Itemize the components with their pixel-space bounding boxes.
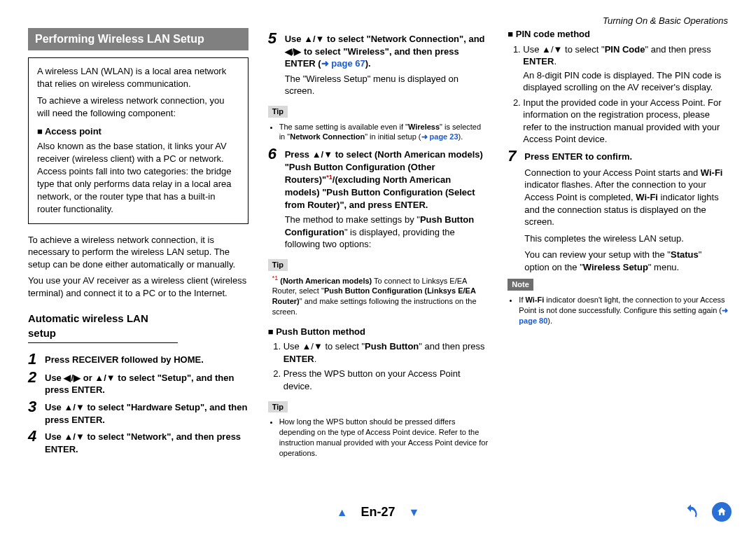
intro-p1: To achieve a wireless network connection… bbox=[28, 234, 248, 271]
access-point-body: Also known as the base station, it links… bbox=[37, 140, 239, 216]
arrow-ud-icon bbox=[304, 34, 324, 44]
step-5: 5 Use to select "Network Connection", an… bbox=[268, 31, 489, 97]
pin-item-2: Input the provided code in your Access P… bbox=[523, 97, 728, 146]
step-num-2: 2 bbox=[28, 370, 45, 396]
step-5-text: Use to select "Network Connection", and … bbox=[285, 31, 489, 97]
header-section-title: Turning On & Basic Operations bbox=[603, 15, 728, 26]
step-3: 3 Use to select "Hardware Setup", and th… bbox=[28, 399, 248, 426]
arrow-ud-icon bbox=[94, 373, 115, 383]
step-1: 1 Press RECEIVER followed by HOME. bbox=[28, 352, 248, 367]
nav-icons bbox=[680, 501, 732, 522]
page-footer: ▲ En-27 ▼ bbox=[0, 505, 756, 520]
step-7: 7 Press ENTER to confirm. bbox=[507, 148, 728, 164]
note-label: Note bbox=[507, 279, 533, 291]
step-1-text: Press RECEIVER followed by HOME. bbox=[45, 352, 248, 367]
intro-p2: You use your AV receiver as a wireless c… bbox=[28, 275, 248, 299]
step-7-body: Connection to your Access Point starts a… bbox=[524, 167, 728, 273]
box-p2: To achieve a wireless network connection… bbox=[37, 95, 239, 120]
step-5-body: The "Wireless Setup" menu is displayed o… bbox=[285, 73, 489, 97]
back-button[interactable] bbox=[680, 501, 701, 522]
step-6: 6 Press to select (North American models… bbox=[268, 146, 489, 251]
step-num-7: 7 bbox=[507, 148, 524, 164]
home-icon bbox=[716, 506, 727, 517]
page-columns: Performing Wireless LAN Setup A wireless… bbox=[28, 28, 728, 463]
arrow-lr-icon bbox=[285, 46, 302, 57]
arrow-ud-icon bbox=[64, 402, 84, 412]
step-7-text: Press ENTER to confirm. bbox=[524, 148, 728, 164]
pin-list: Use to select "PIN Code" and then press … bbox=[507, 43, 728, 146]
tip-label: Tip bbox=[268, 259, 288, 271]
page-number: En-27 bbox=[360, 505, 395, 519]
intro-box: A wireless LAN (WLAN) is a local area ne… bbox=[28, 57, 248, 224]
step-6-text: Press to select (North American models) … bbox=[285, 146, 489, 251]
pin-heading: PIN code method bbox=[507, 28, 728, 41]
box-p1: A wireless LAN (WLAN) is a local area ne… bbox=[37, 65, 239, 90]
tip-label: Tip bbox=[268, 401, 288, 413]
step-5-tip: The same setting is available even if "W… bbox=[268, 122, 489, 143]
pin-item-1: Use to select "PIN Code" and then press … bbox=[523, 43, 728, 94]
page-link-23[interactable]: page 23 bbox=[421, 132, 458, 141]
arrow-ud-icon bbox=[64, 431, 84, 442]
undo-arrow-icon bbox=[682, 503, 700, 521]
step-3-text: Use to select "Hardware Setup", and then… bbox=[45, 399, 248, 426]
section-title: Performing Wireless LAN Setup bbox=[28, 28, 248, 50]
step-4: 4 Use to select "Network", and then pres… bbox=[28, 429, 248, 455]
pb-item-1: Use to select "Push Button" and then pre… bbox=[284, 340, 489, 365]
arrow-ud-icon bbox=[302, 341, 322, 352]
page-link-67[interactable]: page 67 bbox=[321, 58, 365, 69]
step-num-5: 5 bbox=[268, 31, 285, 97]
column-2: 5 Use to select "Network Connection", an… bbox=[268, 28, 489, 463]
step-num-6: 6 bbox=[268, 146, 285, 251]
home-button[interactable] bbox=[711, 501, 732, 522]
arrow-ud-icon bbox=[312, 149, 332, 160]
arrow-ud-icon bbox=[542, 44, 562, 55]
footnote-ref: *1 bbox=[326, 174, 332, 181]
step-2-text: Use or to select "Setup", and then press… bbox=[45, 370, 248, 396]
page-up-icon[interactable]: ▲ bbox=[337, 506, 348, 518]
auto-setup-heading: Automatic wireless LAN setup bbox=[28, 312, 178, 343]
column-1: Performing Wireless LAN Setup A wireless… bbox=[28, 28, 248, 463]
push-button-heading: Push Button method bbox=[268, 326, 489, 338]
step-4-text: Use to select "Network", and then press … bbox=[45, 429, 248, 455]
tip-label: Tip bbox=[268, 106, 288, 118]
column-3: PIN code method Use to select "PIN Code"… bbox=[507, 28, 728, 463]
arrow-lr-icon bbox=[64, 373, 80, 383]
pb-tip: How long the WPS button should be presse… bbox=[268, 417, 489, 458]
step-num-1: 1 bbox=[28, 352, 45, 367]
step-num-4: 4 bbox=[28, 429, 45, 455]
push-button-list: Use to select "Push Button" and then pre… bbox=[268, 340, 489, 392]
note-text: If Wi-Fi indicator doesn't light, the co… bbox=[507, 295, 728, 326]
step-num-3: 3 bbox=[28, 399, 45, 426]
pb-item-2: Press the WPS button on your Access Poin… bbox=[284, 368, 489, 392]
access-point-heading: Access point bbox=[37, 125, 239, 138]
page-down-icon[interactable]: ▼ bbox=[409, 506, 420, 518]
step-2: 2 Use or to select "Setup", and then pre… bbox=[28, 370, 248, 396]
step-6-tip: *1 (North American models) To connect to… bbox=[268, 274, 489, 317]
step-6-body: The method to make settings by "Push But… bbox=[285, 214, 489, 251]
